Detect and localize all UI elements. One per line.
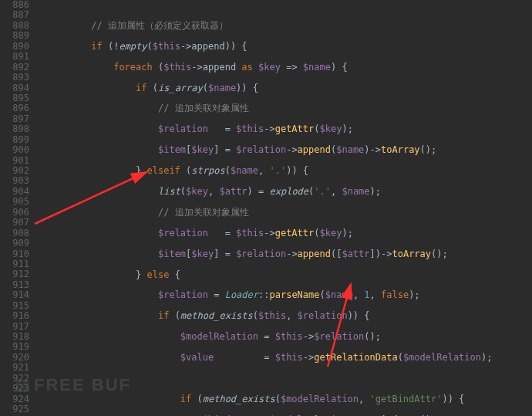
line-number: 918: [3, 332, 29, 342]
line-number: 911: [3, 259, 29, 269]
line-number: 904: [3, 187, 29, 197]
line-number: 922: [3, 374, 29, 384]
line-number: 896: [3, 103, 29, 113]
line-number: 924: [3, 394, 29, 404]
line-number: 902: [3, 166, 29, 176]
line-number-gutter: 8868878888898908918928938948958968978988…: [0, 0, 35, 416]
line-number: 887: [3, 10, 29, 20]
line-number: 905: [3, 197, 29, 207]
line-number: 925: [3, 404, 29, 414]
line-number: 919: [3, 342, 29, 352]
line-number: 897: [3, 114, 29, 124]
comment: // 追加关联对象属性: [158, 207, 249, 218]
code-area[interactable]: // 追加属性（必须定义获取器） if (!empty($this->appen…: [35, 0, 532, 416]
line-number: 893: [3, 73, 29, 83]
line-number: 909: [3, 238, 29, 249]
line-number: 888: [3, 21, 29, 31]
line-number: 921: [3, 363, 29, 373]
line-number: 907: [3, 218, 29, 228]
line-number: 895: [3, 93, 29, 103]
line-number: 886: [3, 0, 29, 10]
line-number: 898: [3, 124, 29, 134]
line-number: 908: [3, 228, 29, 238]
line-number: 917: [3, 322, 29, 332]
line-number: 923: [3, 384, 29, 394]
line-number: 914: [3, 290, 29, 300]
line-number: 894: [3, 83, 29, 93]
line-number: 913: [3, 280, 29, 290]
line-number: 906: [3, 208, 29, 218]
line-number: 903: [3, 176, 29, 186]
line-number: 890: [3, 42, 29, 52]
line-number: 912: [3, 269, 29, 279]
line-number: 889: [3, 31, 29, 41]
line-number: 916: [3, 311, 29, 321]
line-number: 901: [3, 156, 29, 166]
line-number: 915: [3, 301, 29, 311]
line-number: 899: [3, 135, 29, 145]
comment: // 追加关联对象属性: [158, 103, 249, 113]
code-editor[interactable]: 8868878888898908918928938948958968978988…: [0, 0, 532, 416]
line-number: 910: [3, 249, 29, 259]
line-number: 920: [3, 353, 29, 363]
line-number: 900: [3, 145, 29, 155]
line-number: 891: [3, 52, 29, 62]
line-number: 892: [3, 63, 29, 73]
comment: // 追加属性（必须定义获取器）: [91, 20, 228, 31]
